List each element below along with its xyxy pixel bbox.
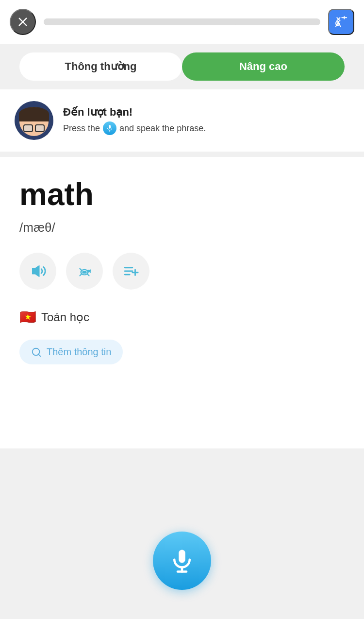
svg-rect-3 [109,125,111,128]
svg-line-11 [80,269,81,270]
phonetic: /mæθ/ [19,220,345,235]
top-bar: G [0,0,364,44]
tab-advanced[interactable]: Nâng cao [182,52,345,81]
progress-bar [44,18,320,25]
subtitle-before: Press the [63,123,100,134]
instruction-card: Đến lượt bạn! Press the and speak the ph… [0,89,364,152]
instruction-title: Đến lượt bạn! [63,106,349,119]
big-mic-button[interactable] [153,532,211,590]
svg-line-9 [80,274,81,275]
avatar [15,101,53,140]
main-card: math /mæθ/ [0,157,364,448]
svg-line-10 [87,274,89,275]
flag-icon: 🇻🇳 [19,309,36,325]
tab-normal[interactable]: Thông thường [19,52,182,81]
translation-text: Toán học [41,310,89,324]
progress-fill [44,18,237,25]
bottom-mic-area [153,532,211,590]
translate-button[interactable]: G [328,9,354,35]
sound-en-button[interactable] [19,253,56,290]
tab-row: Thông thường Nâng cao [0,44,364,89]
svg-marker-5 [33,266,39,277]
instruction-subtitle: Press the and speak the phrase. [63,121,349,135]
more-info-label: Thêm thông tin [47,346,111,358]
add-list-button[interactable] [113,253,149,290]
instruction-text: Đến lượt bạn! Press the and speak the ph… [63,106,349,135]
svg-line-18 [38,354,40,356]
svg-rect-19 [179,550,185,563]
subtitle-after: and speak the phrase. [119,123,206,134]
svg-point-7 [87,270,90,272]
slow-speaker-button[interactable] [66,253,103,290]
mic-icon-inline [103,121,116,135]
buttons-row [19,253,345,290]
translation-row: 🇻🇳 Toán học [19,309,345,325]
more-info-button[interactable]: Thêm thông tin [19,340,123,364]
close-button[interactable] [10,9,36,35]
word-title: math [19,176,345,212]
